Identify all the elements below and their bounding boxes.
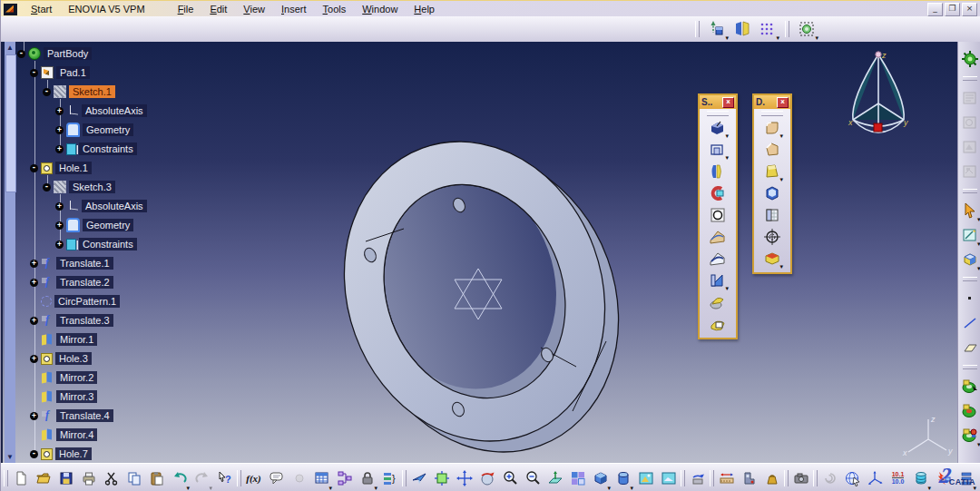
shell-icon[interactable] — [762, 183, 782, 202]
cut-icon[interactable] — [102, 467, 121, 489]
tree-label[interactable]: AbsoluteAxis — [82, 104, 147, 117]
menu-file[interactable]: File — [170, 2, 202, 16]
scene-2-icon[interactable] — [659, 467, 678, 489]
tree-row[interactable]: Translate.1 — [30, 255, 113, 271]
tree-row[interactable]: Translate.2 — [30, 274, 113, 290]
rib-icon[interactable] — [708, 227, 728, 246]
tree-label[interactable]: Translate.2 — [56, 276, 113, 289]
tree-label[interactable]: Translate.3 — [56, 314, 113, 327]
menu-start[interactable]: Start — [23, 2, 60, 16]
copy-icon[interactable] — [124, 467, 143, 489]
mirror-icon[interactable] — [731, 19, 753, 39]
part-design-workbench-icon[interactable] — [960, 49, 980, 69]
scene-1-icon[interactable] — [636, 467, 655, 489]
shaft-icon[interactable] — [708, 162, 728, 181]
chamfer-icon[interactable] — [762, 140, 782, 159]
scale-ratio-icon[interactable]: 10.1 10.0 — [888, 467, 907, 489]
ring-model[interactable] — [329, 91, 638, 454]
menu-edit[interactable]: Edit — [201, 2, 235, 16]
tree-label[interactable]: CircPattern.1 — [54, 295, 120, 308]
slot-icon[interactable] — [708, 249, 728, 268]
tree-row[interactable]: Sketch.1 — [43, 83, 115, 100]
measure-item-icon[interactable] — [740, 467, 759, 489]
collapse-icon[interactable] — [43, 183, 51, 191]
fit-all-icon[interactable] — [432, 467, 451, 489]
pocket-icon[interactable]: ▾ — [708, 140, 728, 159]
pattern-icon[interactable]: ▾ — [757, 19, 779, 39]
expand-icon[interactable] — [55, 107, 64, 115]
tree-label[interactable]: PartBody — [44, 47, 92, 60]
comment-icon[interactable] — [267, 467, 286, 489]
tree-label[interactable]: Sketch.3 — [69, 181, 115, 193]
expand-icon[interactable] — [55, 145, 64, 153]
groove-icon[interactable] — [708, 183, 728, 202]
restore-button[interactable]: ❐ — [945, 3, 960, 16]
measure-inertia-icon[interactable] — [762, 467, 781, 489]
tree-row[interactable]: Pad.1 — [30, 64, 90, 81]
tree-row[interactable]: Mirror.2 — [30, 369, 97, 386]
design-table-icon[interactable]: ▾ — [312, 467, 331, 489]
globe-pointer-icon[interactable] — [843, 467, 862, 489]
scroll-down-icon[interactable]: ▼ — [5, 451, 15, 463]
tree-row[interactable]: AbsoluteAxis — [55, 103, 147, 119]
undo-icon[interactable]: ▾ — [170, 467, 189, 489]
sketch-based-features-toolbar[interactable]: S.. x ▾ ▾ ▾ — [698, 93, 738, 339]
plane-icon[interactable] — [960, 338, 980, 358]
tree-row[interactable]: Mirror.4 — [30, 427, 97, 443]
collapse-icon[interactable] — [30, 450, 38, 458]
loft-icon[interactable] — [708, 292, 728, 311]
fly-icon[interactable] — [409, 467, 428, 489]
3d-viewport[interactable]: ▲ ▼ PartBody Pad.1 Sketch.1 AbsoluteAxis… — [1, 42, 959, 463]
tree-row[interactable]: Constraints — [55, 141, 137, 157]
menu-tools[interactable]: Tools — [315, 2, 355, 16]
lock-icon[interactable]: ▾ — [358, 467, 377, 489]
line-icon[interactable] — [960, 313, 980, 333]
remove-face-icon[interactable]: ▾ — [762, 249, 782, 268]
whats-this-icon[interactable]: ? — [215, 467, 234, 489]
part-cube-icon[interactable]: ▾ — [960, 250, 980, 270]
tree-row[interactable]: Constraints — [55, 236, 137, 252]
thickness-icon[interactable] — [762, 205, 782, 224]
toolbar-grip[interactable] — [761, 111, 783, 116]
tree-label[interactable]: Hole.1 — [55, 162, 92, 174]
tree-row[interactable]: Sketch.3 — [43, 179, 115, 195]
print-icon[interactable] — [79, 467, 98, 489]
expand-icon[interactable] — [30, 317, 38, 325]
tree-label[interactable]: Hole.7 — [55, 447, 92, 460]
collapse-icon[interactable] — [30, 69, 38, 77]
zoom-in-icon[interactable] — [500, 467, 519, 489]
tree-row[interactable]: Geometry — [55, 217, 133, 233]
select-arrow-icon[interactable]: ▾ — [960, 201, 980, 221]
expand-icon[interactable] — [55, 126, 64, 134]
rotate-icon[interactable] — [477, 467, 496, 489]
close-button[interactable]: × — [962, 3, 977, 16]
normal-view-icon[interactable] — [545, 467, 564, 489]
minimize-button[interactable]: _ — [927, 3, 943, 16]
tree-label[interactable]: Geometry — [83, 219, 133, 231]
expand-icon[interactable] — [55, 241, 64, 249]
expand-icon[interactable] — [30, 412, 38, 420]
translation-icon[interactable]: ▾ — [706, 19, 728, 39]
tree-row[interactable]: Mirror.3 — [30, 388, 97, 405]
expand-icon[interactable] — [30, 279, 38, 287]
hole-icon[interactable] — [708, 205, 728, 224]
boolean-add-icon[interactable] — [960, 401, 980, 421]
collapse-icon[interactable] — [43, 88, 51, 96]
point-icon[interactable] — [960, 289, 980, 309]
collapse-icon[interactable] — [30, 164, 38, 172]
menu-window[interactable]: Window — [354, 2, 406, 16]
tree-label[interactable]: Mirror.2 — [56, 371, 97, 384]
shading-icon[interactable]: ▾ — [613, 467, 632, 489]
tree-row[interactable]: Hole.3 — [30, 350, 92, 367]
tree-label[interactable]: Constraints — [79, 238, 137, 250]
thread-tap-icon[interactable] — [762, 227, 782, 246]
toolbar-grip[interactable] — [4, 470, 8, 486]
scaling-icon[interactable]: ▾ — [796, 19, 818, 39]
catalog-icon[interactable]: } — [380, 467, 399, 489]
tree-row[interactable]: CircPattern.1 — [30, 293, 120, 309]
tree-row[interactable]: PartBody — [17, 45, 92, 62]
menu-insert[interactable]: Insert — [273, 2, 315, 16]
paste-icon[interactable] — [147, 467, 166, 489]
tree-label[interactable]: Mirror.3 — [56, 390, 97, 403]
tree-label[interactable]: Translate.4 — [56, 409, 113, 422]
